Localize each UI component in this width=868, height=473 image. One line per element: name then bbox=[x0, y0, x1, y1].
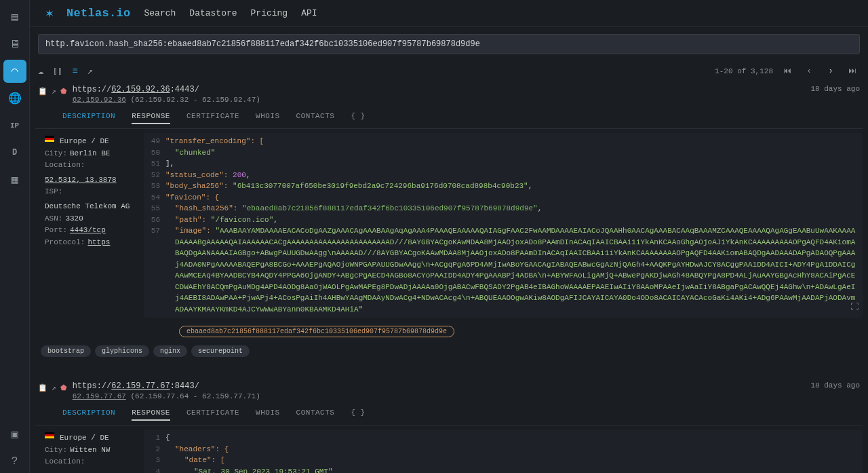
host-sub-link[interactable]: 62.159.92.36 bbox=[73, 96, 126, 104]
tab-certificate[interactable]: CERTIFICATE bbox=[186, 112, 239, 124]
help-icon[interactable]: ? bbox=[3, 450, 26, 473]
main-area: ✶ Netlas.io Search Datastore Pricing API… bbox=[30, 0, 868, 473]
nav-api[interactable]: API bbox=[301, 8, 317, 18]
tag-securepoint[interactable]: securepoint bbox=[191, 345, 250, 357]
info-panel: Europe / DE City:Berlin BE Location:52.5… bbox=[41, 133, 136, 318]
left-rail: ▤ 🖥 ◠ 🌐 IP D ▦ ▣ ? bbox=[0, 0, 30, 473]
stats-icon[interactable]: ⫿⫿ bbox=[53, 66, 62, 77]
result-age: 18 days ago bbox=[810, 381, 860, 390]
nav-search[interactable]: Search bbox=[144, 8, 176, 18]
tab-whois[interactable]: WHOIS bbox=[256, 112, 280, 124]
open-icon[interactable]: ↗ bbox=[52, 87, 56, 96]
tab-description[interactable]: DESCRIPTION bbox=[62, 409, 115, 421]
nav-datastore[interactable]: Datastore bbox=[189, 8, 237, 18]
info-asn-label: ASN: bbox=[45, 213, 62, 225]
info-panel: Europe / DE City:Witten NW Location:51.4… bbox=[41, 430, 136, 473]
result-age: 18 days ago bbox=[810, 85, 860, 93]
host-link[interactable]: 62.159.77.67 bbox=[111, 381, 170, 391]
settings-icon[interactable]: ▣ bbox=[3, 423, 26, 446]
host-icon[interactable]: 🖥 bbox=[3, 33, 26, 56]
pager-prev[interactable]: ‹ bbox=[802, 67, 816, 76]
info-city: Witten NW bbox=[70, 444, 110, 457]
module-icon[interactable]: ▤ bbox=[3, 5, 26, 29]
flag-de-icon bbox=[45, 432, 54, 438]
copy-icon[interactable]: 📋 bbox=[38, 383, 47, 392]
host-sub-range: (62.159.77.64 - 62.159.77.71) bbox=[130, 392, 260, 400]
tab-certificate[interactable]: CERTIFICATE bbox=[186, 409, 239, 421]
brand-name: Netlas.io bbox=[66, 7, 131, 20]
topbar: ✶ Netlas.io Search Datastore Pricing API bbox=[30, 0, 868, 27]
host-suffix: :4443/ bbox=[170, 85, 199, 94]
tab-response[interactable]: RESPONSE bbox=[132, 409, 170, 421]
flag-de-icon bbox=[45, 136, 54, 142]
info-port[interactable]: 4443/tcp bbox=[70, 225, 106, 237]
info-city: Berlin BE bbox=[70, 148, 110, 160]
expand-icon[interactable]: ⛶ bbox=[850, 301, 859, 314]
tab-raw[interactable]: { } bbox=[351, 409, 365, 421]
result-tabs: DESCRIPTION RESPONSE CERTIFICATE WHOIS C… bbox=[35, 108, 863, 129]
tag-glyphicons[interactable]: glyphicons bbox=[95, 345, 149, 357]
result-tabs: DESCRIPTION RESPONSE CERTIFICATE WHOIS C… bbox=[35, 404, 863, 425]
tab-description[interactable]: DESCRIPTION bbox=[62, 112, 115, 124]
info-port-label: Port: bbox=[45, 225, 67, 237]
response-code: 1{ 2"headers": { 3"date": [ 4"Sat, 30 Se… bbox=[144, 430, 863, 473]
host-sub-link[interactable]: 62.159.77.67 bbox=[73, 392, 126, 400]
tab-raw[interactable]: { } bbox=[351, 112, 365, 124]
tags-row: bootstrap glyphicons nginx securepoint bbox=[35, 341, 863, 361]
brand-splash-icon: ✶ bbox=[38, 2, 61, 25]
info-city-label: City: bbox=[45, 148, 67, 160]
top-nav: Search Datastore Pricing API bbox=[144, 8, 317, 18]
host-prefix: https:// bbox=[73, 381, 112, 391]
info-loc-label: Location: bbox=[45, 159, 85, 172]
info-isp: Deutsche Telekom AG bbox=[45, 201, 130, 213]
results-toolbar: ☁ ⫿⫿ ≡ ↗ 1-20 of 3,128 ⏮ ‹ › ⏭ bbox=[30, 61, 868, 81]
tab-response[interactable]: RESPONSE bbox=[132, 112, 170, 124]
pager-summary: 1-20 of 3,128 bbox=[715, 67, 773, 75]
hash-pill[interactable]: ebaaed8ab7c21856f888117edaf342f6bc103351… bbox=[179, 326, 454, 337]
info-proto-label: Protocol: bbox=[45, 237, 85, 249]
download-icon[interactable]: ☁ bbox=[38, 65, 43, 77]
shield-icon: ⬟ bbox=[60, 383, 67, 392]
copy-icon[interactable]: 📋 bbox=[38, 87, 47, 96]
domain-module-icon[interactable]: D bbox=[3, 141, 26, 164]
result-card: 📋 ↗ ⬟ https://62.159.92.36:4443/ 62.159.… bbox=[35, 81, 863, 361]
host-suffix: :8443/ bbox=[170, 381, 199, 391]
list-view-icon[interactable]: ≡ bbox=[72, 66, 77, 77]
shield-icon: ⬟ bbox=[60, 87, 67, 96]
pager-last[interactable]: ⏭ bbox=[845, 66, 860, 76]
info-city-label: City: bbox=[45, 444, 67, 457]
pager-first[interactable]: ⏮ bbox=[780, 66, 795, 76]
tab-contacts[interactable]: CONTACTS bbox=[296, 409, 335, 421]
data-module-icon[interactable]: ▦ bbox=[3, 168, 26, 191]
ip-module-icon[interactable]: IP bbox=[3, 114, 26, 137]
search-module-icon[interactable]: ◠ bbox=[3, 60, 26, 83]
open-icon[interactable]: ↗ bbox=[52, 383, 56, 392]
info-country: Europe / DE bbox=[60, 136, 109, 148]
host-link[interactable]: 62.159.92.36 bbox=[111, 85, 170, 94]
globe-icon[interactable]: 🌐 bbox=[3, 87, 26, 110]
info-country: Europe / DE bbox=[60, 432, 109, 444]
info-loc[interactable]: 52.5312, 13.3878 bbox=[45, 174, 117, 187]
search-row bbox=[30, 27, 868, 61]
share-icon[interactable]: ↗ bbox=[87, 65, 93, 77]
tab-contacts[interactable]: CONTACTS bbox=[296, 112, 335, 124]
tag-nginx[interactable]: nginx bbox=[153, 345, 187, 357]
host-sub-range: (62.159.92.32 - 62.159.92.47) bbox=[130, 96, 260, 104]
search-input[interactable] bbox=[38, 34, 860, 54]
response-code: 49"transfer_encoding": [ 50"chunked" 51]… bbox=[144, 133, 863, 318]
pager-next[interactable]: › bbox=[823, 67, 838, 76]
info-asn: 3320 bbox=[65, 213, 83, 225]
results-list: 📋 ↗ ⬟ https://62.159.92.36:4443/ 62.159.… bbox=[30, 81, 868, 473]
host-prefix: https:// bbox=[73, 85, 112, 94]
result-card: 📋 ↗ ⬟ https://62.159.77.67:8443/ 62.159.… bbox=[35, 377, 863, 473]
tag-bootstrap[interactable]: bootstrap bbox=[41, 345, 91, 357]
info-proto[interactable]: https bbox=[87, 237, 110, 249]
tab-whois[interactable]: WHOIS bbox=[256, 409, 280, 421]
info-loc-label: Location: bbox=[45, 456, 85, 468]
nav-pricing[interactable]: Pricing bbox=[251, 8, 288, 18]
info-isp-label: ISP: bbox=[45, 186, 62, 198]
